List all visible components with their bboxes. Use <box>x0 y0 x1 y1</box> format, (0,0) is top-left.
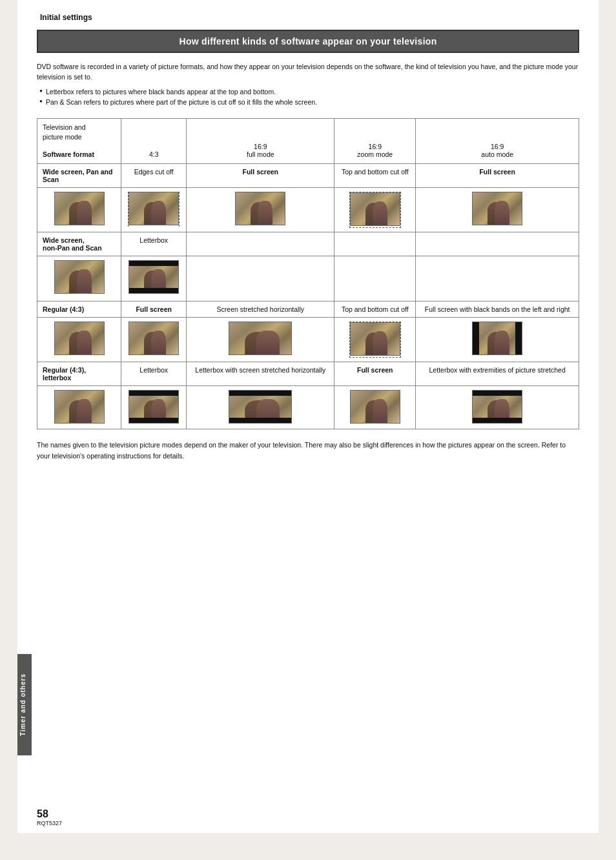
software-format-label: Software format <box>43 150 116 158</box>
img-regular-43-auto <box>416 318 579 362</box>
table-row-img <box>37 318 579 362</box>
thumb-wide-pan-43 <box>128 192 179 225</box>
banner-title: How different kinds of software appear o… <box>37 30 579 53</box>
bullet2: Pan & Scan refers to pictures where part… <box>39 97 579 108</box>
img-regular-43-zoom <box>334 318 416 362</box>
img-wide-pan-label <box>37 188 121 232</box>
col-header-169-zoom: 16:9 zoom mode <box>334 119 416 164</box>
thumb-regular-43-zoom <box>350 322 400 356</box>
desc-wide-pan-43: Edges cut off <box>121 164 187 188</box>
table-row: Regular (4:3), letterbox Letterbox Lette… <box>37 362 579 386</box>
table-row-img <box>37 188 579 232</box>
thumb-regular-lb-zoom <box>350 390 400 424</box>
thumb-regular-lb-43 <box>128 390 179 424</box>
side-tab: Timer and others <box>17 654 32 755</box>
thumb-wide-pan-zoom <box>350 192 400 226</box>
img-wide-pan-full <box>187 188 334 232</box>
tv-mode-label: Television andpicture mode <box>43 123 116 141</box>
col-header-43: 4:3 <box>121 119 187 164</box>
table-row-img <box>37 386 579 429</box>
thumb-wide-nonpan-label <box>54 260 105 294</box>
desc-regular-43-43: Full screen <box>121 302 187 318</box>
table-row: Wide screen,non-Pan and Scan Letterbox <box>37 232 579 256</box>
img-regular-43-label <box>37 318 121 362</box>
row-label-regular-43: Regular (4:3) <box>37 302 121 318</box>
desc-wide-nonpan-auto <box>416 232 579 256</box>
row-label-regular-letterbox: Regular (4:3), letterbox <box>37 362 121 386</box>
img-regular-43-full <box>187 318 334 362</box>
thumb-regular-43-label <box>54 322 105 355</box>
desc-wide-pan-auto: Full screen <box>416 164 579 188</box>
desc-wide-pan-full: Full screen <box>187 164 334 188</box>
thumb-wide-pan-auto <box>472 192 522 225</box>
desc-regular-lb-43: Letterbox <box>121 362 187 386</box>
table-row: Regular (4:3) Full screen Screen stretch… <box>37 302 579 318</box>
row-label-wide-nonpan: Wide screen,non-Pan and Scan <box>37 232 121 256</box>
footnote: The names given to the television pictur… <box>37 440 579 461</box>
img-regular-lb-43 <box>121 386 187 429</box>
thumb-wide-pan-label <box>54 192 105 225</box>
tv-mode-header: Television andpicture mode Software form… <box>37 119 121 164</box>
img-regular-lb-full <box>187 386 334 429</box>
img-regular-lb-auto <box>416 386 579 429</box>
col-header-169-full: 16:9 full mode <box>187 119 334 164</box>
thumb-regular-lb-label <box>54 390 105 424</box>
table-row-img <box>37 256 579 302</box>
page-container: Initial settings How different kinds of … <box>17 0 599 833</box>
img-wide-pan-auto <box>416 188 579 232</box>
desc-regular-lb-auto: Letterbox with extremities of picture st… <box>416 362 579 386</box>
desc-regular-lb-full: Letterbox with screen stretched horizont… <box>187 362 334 386</box>
desc-wide-pan-zoom: Top and bottom cut off <box>334 164 416 188</box>
desc-regular-lb-zoom: Full screen <box>334 362 416 386</box>
thumb-regular-43-auto <box>472 322 522 355</box>
img-wide-nonpan-auto <box>416 256 579 302</box>
desc-wide-nonpan-43: Letterbox <box>121 232 187 256</box>
desc-regular-43-auto: Full screen with black bands on the left… <box>416 302 579 318</box>
comparison-table: Television andpicture mode Software form… <box>37 118 579 429</box>
desc-regular-43-full: Screen stretched horizontally <box>187 302 334 318</box>
thumb-regular-lb-full <box>229 390 292 424</box>
desc-wide-nonpan-zoom <box>334 232 416 256</box>
img-regular-lb-label <box>37 386 121 429</box>
img-wide-nonpan-43 <box>121 256 187 302</box>
page-number: 58 <box>37 808 48 820</box>
img-regular-43-43 <box>121 318 187 362</box>
thumb-wide-nonpan-43 <box>128 260 179 294</box>
section-label: Initial settings <box>37 13 579 22</box>
thumb-regular-43-43 <box>128 322 179 355</box>
img-wide-pan-43 <box>121 188 187 232</box>
thumb-regular-lb-auto <box>472 390 522 424</box>
col-header-169-auto: 16:9 auto mode <box>416 119 579 164</box>
page-code: RQT5327 <box>37 820 62 826</box>
row-label-wide-pan: Wide screen, Pan and Scan <box>37 164 121 188</box>
thumb-wide-pan-full <box>235 192 285 225</box>
img-regular-lb-zoom <box>334 386 416 429</box>
desc-wide-nonpan-full <box>187 232 334 256</box>
intro-bullets: Letterbox refers to pictures where black… <box>37 87 579 108</box>
table-header-row: Television andpicture mode Software form… <box>37 119 579 164</box>
img-wide-nonpan-zoom <box>334 256 416 302</box>
intro-line1: DVD software is recorded in a variety of… <box>37 62 579 83</box>
thumb-regular-43-full <box>229 322 292 355</box>
bullet1: Letterbox refers to pictures where black… <box>39 87 579 97</box>
img-wide-nonpan-full <box>187 256 334 302</box>
desc-regular-43-zoom: Top and bottom cut off <box>334 302 416 318</box>
img-wide-nonpan-label <box>37 256 121 302</box>
table-row: Wide screen, Pan and Scan Edges cut off … <box>37 164 579 188</box>
img-wide-pan-zoom <box>334 188 416 232</box>
